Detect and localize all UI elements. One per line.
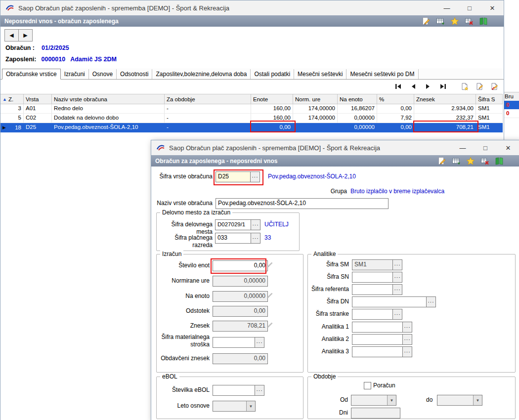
cell-za-obdobje[interactable]: - xyxy=(165,104,251,114)
close-book-icon[interactable] xyxy=(495,157,504,166)
sifra-vrste-lookup-button[interactable]: ··· xyxy=(250,171,260,182)
edit-icon[interactable] xyxy=(437,157,446,166)
sifra-vrste-field[interactable]: D25 xyxy=(216,171,255,182)
column-header-za-obdobje[interactable]: Za obdobje xyxy=(165,94,251,104)
next-record-icon[interactable] xyxy=(424,82,432,91)
poracun-checkbox[interactable] xyxy=(364,382,371,389)
favorite-star-icon[interactable] xyxy=(450,17,459,26)
edit-icon[interactable] xyxy=(422,17,431,26)
maximize-button[interactable]: □ xyxy=(474,140,497,155)
analitika-3-field[interactable] xyxy=(352,346,407,357)
analitika-1-field[interactable] xyxy=(352,322,407,333)
confirm-edit-record-icon[interactable] xyxy=(490,82,499,91)
minimize-button[interactable]: — xyxy=(451,140,474,155)
tab-mesecni-sestevki[interactable]: Mesečni seštevki xyxy=(294,69,346,79)
sifra-dm-field[interactable]: D027029/1 xyxy=(215,219,256,230)
close-book-icon[interactable] xyxy=(479,17,488,26)
tab-ostali-podatki[interactable]: Ostali podatki xyxy=(251,69,294,79)
cell-za-obdobje[interactable]: - xyxy=(165,114,251,123)
sifra-pr-lookup-button[interactable]: ··· xyxy=(251,233,260,244)
stevilo-enot-field[interactable]: 0,00 xyxy=(213,260,268,271)
maximize-button[interactable]: □ xyxy=(458,0,481,15)
sifra-sm-lookup-button[interactable]: ··· xyxy=(392,259,402,270)
column-header-vrsta[interactable]: Vrsta xyxy=(24,94,52,104)
cell-naziv[interactable]: Dodatek na delovno dobo xyxy=(52,114,165,123)
export-grid-icon[interactable] xyxy=(436,17,445,26)
cell-na-enoto[interactable]: 16,86207 xyxy=(338,104,377,114)
sifra-stranke-lookup-button[interactable]: ··· xyxy=(392,309,402,320)
insert-record-icon[interactable] xyxy=(460,82,469,91)
analitika-2-field[interactable] xyxy=(352,334,407,345)
table-row[interactable]: 3 A01 Redno delo - 160,00 174,00000 16,8… xyxy=(0,104,503,114)
cell-vrsta[interactable]: D25 xyxy=(24,123,52,132)
cell-za-obdobje[interactable]: - xyxy=(165,123,251,132)
cell-naziv[interactable]: Redno delo xyxy=(52,104,165,114)
sifra-dn-field[interactable] xyxy=(352,296,431,307)
tab-zaposlitev[interactable]: Zaposlitev,boleznine,delovna doba xyxy=(152,69,251,79)
sifra-ms-lookup-button[interactable]: ··· xyxy=(255,337,264,348)
cell-odstotek[interactable]: 0,00 xyxy=(377,104,414,114)
cell-odstotek[interactable]: 7,92 xyxy=(377,114,414,123)
column-header-odstotek[interactable]: % xyxy=(377,94,414,104)
close-button[interactable]: ✕ xyxy=(481,0,504,15)
column-header-z[interactable]: ▲ Z. xyxy=(0,94,24,104)
tab-obracunske-vrstice[interactable]: Obračunske vrstice xyxy=(2,69,61,80)
cell-sifra-s[interactable]: SM1 xyxy=(476,114,503,123)
cell-enote[interactable]: 0,00 xyxy=(251,123,293,132)
last-record-icon[interactable] xyxy=(438,82,447,91)
tab-mesecni-sestevki-po-dm[interactable]: Mesečni seštevki po DM xyxy=(346,69,418,79)
cell-z[interactable]: 3 xyxy=(0,104,24,114)
close-button[interactable]: ✕ xyxy=(497,140,519,155)
favorite-star-icon[interactable] xyxy=(466,157,475,166)
table-row[interactable]: 5 C02 Dodatek na delovno dobo - 160,00 1… xyxy=(0,114,503,123)
cell-vrsta[interactable]: C02 xyxy=(24,114,52,123)
column-header-sifra-s[interactable]: Šifra S xyxy=(476,94,503,104)
cell-norm-ure[interactable]: 174,00000 xyxy=(293,114,338,123)
column-header-enote[interactable]: Enote xyxy=(251,94,293,104)
record-prev-button[interactable]: ◀ xyxy=(4,29,19,42)
sifra-ms-field[interactable] xyxy=(213,337,260,348)
cell-norm-ure[interactable]: 174,00000 xyxy=(293,104,338,114)
leto-osnove-combobox[interactable]: ▼ xyxy=(213,401,256,412)
sifra-stranke-field[interactable] xyxy=(352,309,397,320)
sifra-referenta-field[interactable] xyxy=(352,284,397,295)
export-grid-icon[interactable] xyxy=(452,157,461,166)
column-header-na-enoto[interactable]: Na enoto xyxy=(338,94,377,104)
sifra-dm-lookup-button[interactable]: ··· xyxy=(251,219,260,230)
cell-znesek[interactable]: 708,21 xyxy=(414,123,476,132)
sifra-sn-field[interactable] xyxy=(352,272,397,283)
delete-record-icon[interactable] xyxy=(465,17,474,26)
table-row-selected[interactable]: ▶ 18 D25 Pov.pedag.obveznost-ŠOLA-2,10 -… xyxy=(0,123,503,132)
cell-enote[interactable]: 160,00 xyxy=(251,114,293,123)
sifra-dn-lookup-button[interactable]: ··· xyxy=(426,296,436,307)
od-combobox[interactable]: ▼ xyxy=(351,395,396,406)
cell-na-enoto[interactable]: 0,00000 xyxy=(338,123,377,132)
analitika-3-lookup-button[interactable]: ··· xyxy=(402,346,412,357)
sifra-referenta-lookup-button[interactable]: ··· xyxy=(392,284,402,295)
minimize-button[interactable]: — xyxy=(435,0,458,15)
cell-znesek[interactable]: 232,37 xyxy=(414,114,476,123)
first-record-icon[interactable] xyxy=(394,82,403,91)
stevilka-ebol-lookup-button[interactable]: ··· xyxy=(255,385,264,396)
cell-na-enoto[interactable]: 0,00000 xyxy=(338,114,377,123)
column-header-naziv[interactable]: Naziv vrste obračuna xyxy=(52,94,165,104)
analitika-1-lookup-button[interactable]: ··· xyxy=(402,322,412,333)
cell-odstotek[interactable]: 0,00 xyxy=(377,123,414,132)
edit-record-icon[interactable] xyxy=(475,82,484,91)
cell-naziv[interactable]: Pov.pedag.obveznost-ŠOLA-2,10 xyxy=(52,123,165,132)
analitika-2-lookup-button[interactable]: ··· xyxy=(402,334,412,345)
column-header-norm-ure[interactable]: Norm. ure xyxy=(293,94,338,104)
cell-norm-ure[interactable] xyxy=(293,123,338,132)
cell-znesek[interactable]: 2.934,00 xyxy=(414,104,476,114)
cell-z[interactable]: 5 xyxy=(0,114,24,123)
delete-record-icon[interactable] xyxy=(480,157,489,166)
tab-izracuni[interactable]: Izračuni xyxy=(61,69,89,79)
cell-enote[interactable]: 160,00 xyxy=(251,104,293,114)
do-combobox[interactable]: ▼ xyxy=(437,395,482,406)
sifra-sn-lookup-button[interactable]: ··· xyxy=(392,272,402,283)
cell-z[interactable]: ▶ 18 xyxy=(0,123,24,132)
cell-sifra-s[interactable]: SM1 xyxy=(476,104,503,114)
stevilka-ebol-field[interactable] xyxy=(213,385,260,396)
naziv-vrste-field[interactable]: Pov.pedag.obveznost-ŠOLA-2,10 xyxy=(216,198,389,209)
cell-vrsta[interactable]: A01 xyxy=(24,104,52,114)
